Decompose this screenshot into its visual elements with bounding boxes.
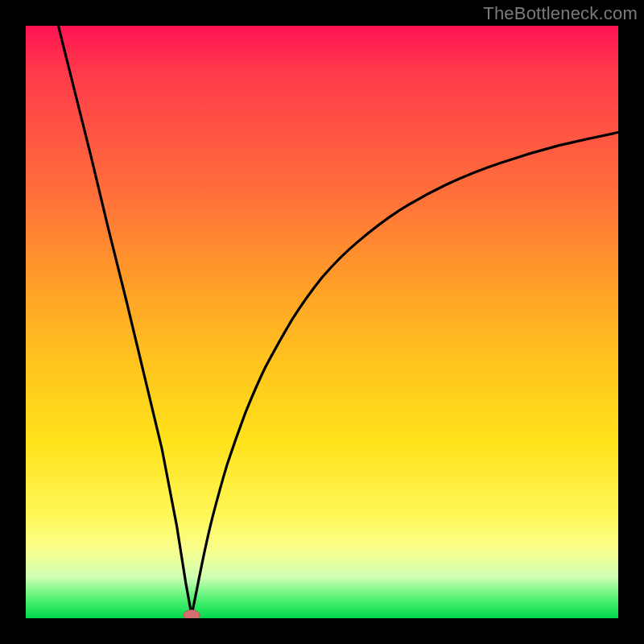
plot-area <box>26 26 618 618</box>
minimum-marker <box>184 610 200 618</box>
curve-left-branch <box>58 26 192 615</box>
chart-frame: TheBottleneck.com <box>0 0 644 644</box>
watermark-text: TheBottleneck.com <box>483 3 638 24</box>
curve-right-branch <box>192 132 618 615</box>
curve-layer <box>26 26 618 618</box>
